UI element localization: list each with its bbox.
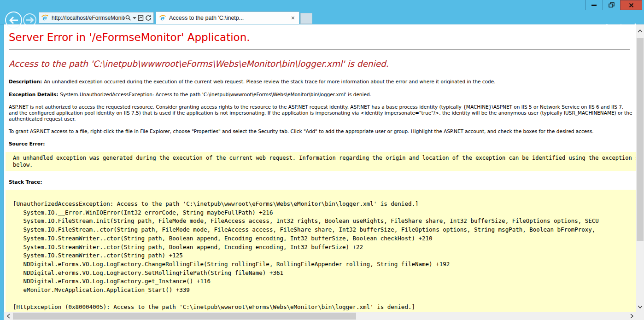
refresh-button[interactable]	[145, 13, 152, 23]
titlebar[interactable]	[0, 0, 644, 10]
address-bar-tools	[125, 13, 152, 23]
error-page: Server Error in '/eFormseMonitor' Applic…	[4, 24, 636, 312]
url-text: http://localhost/eFormseMonitor	[52, 15, 125, 21]
description-label: Description:	[9, 79, 42, 84]
scroll-right-button[interactable]	[627, 312, 636, 320]
close-button[interactable]	[620, 0, 642, 10]
back-button[interactable]	[5, 12, 22, 29]
chevron-down-icon	[638, 305, 643, 308]
tab-ie-logo-icon: e	[159, 14, 166, 22]
source-error-box: An unhandled exception was generated dur…	[6, 152, 636, 171]
scroll-down-button[interactable]	[636, 302, 644, 311]
tab-title: Access to the path 'C:\inetp...	[169, 15, 290, 21]
back-arrow-icon	[9, 17, 18, 24]
ie-logo-icon: e	[41, 14, 49, 22]
description-text: An unhandled exception occurred during t…	[44, 79, 495, 84]
new-tab-button[interactable]	[300, 13, 312, 24]
close-icon	[629, 3, 634, 8]
restore-button[interactable]	[603, 0, 620, 10]
scroll-left-button[interactable]	[4, 312, 13, 320]
divider	[9, 49, 630, 50]
restore-icon	[609, 2, 615, 8]
minimize-button[interactable]	[585, 0, 603, 10]
scrollbar-corner	[636, 312, 644, 320]
browser-tab[interactable]: e Access to the path 'C:\inetp... ×	[156, 12, 299, 24]
chevron-right-icon	[630, 314, 633, 319]
chevron-up-icon	[638, 29, 643, 33]
compatibility-view-icon	[138, 15, 144, 21]
chevron-left-icon	[7, 314, 10, 319]
error-subtitle: Access to the path 'C:\inetpub\wwwroot\e…	[9, 59, 636, 69]
vertical-scroll-thumb[interactable]	[637, 38, 644, 241]
exception-details-row: Exception Details:System.UnauthorizedAcc…	[9, 92, 636, 98]
page-viewport: Server Error in '/eFormseMonitor' Applic…	[4, 24, 636, 312]
window-controls	[585, 0, 642, 10]
exception-details-label: Exception Details:	[9, 92, 58, 97]
scroll-up-button[interactable]	[636, 26, 644, 35]
address-bar[interactable]: e http://localhost/eFormseMonitor	[39, 12, 154, 23]
navigation-bar: e http://localhost/eFormseMonitor	[0, 10, 644, 24]
minimize-icon	[591, 5, 597, 6]
grant-access-paragraph: To grant ASP.NET access to a file, right…	[9, 128, 636, 134]
forward-arrow-icon	[26, 17, 34, 23]
refresh-icon	[145, 15, 152, 21]
exception-details-text: System.UnauthorizedAccessException: Acce…	[60, 92, 371, 97]
browser-window: e http://localhost/eFormseMonitor	[0, 0, 644, 320]
description-row: Description:An unhandled exception occur…	[9, 79, 636, 85]
page-title: Server Error in '/eFormseMonitor' Applic…	[9, 31, 636, 44]
horizontal-scroll-thumb[interactable]	[13, 313, 356, 320]
stack-trace-box: [UnauthorizedAccessException: Access to …	[6, 190, 636, 312]
source-error-label: Source Error:	[9, 141, 636, 147]
search-button[interactable]	[125, 13, 131, 23]
search-dropdown-button[interactable]	[133, 13, 136, 23]
tab-close-button[interactable]: ×	[290, 14, 296, 22]
horizontal-scrollbar[interactable]	[4, 312, 636, 320]
search-icon	[125, 15, 131, 21]
compatibility-view-button[interactable]	[138, 13, 144, 23]
caret-down-icon	[133, 17, 136, 19]
aspnet-identity-paragraph: ASP.NET is not authorized to access the …	[9, 104, 636, 122]
stack-trace-label: Stack Trace:	[9, 179, 636, 185]
vertical-scrollbar[interactable]	[636, 24, 644, 312]
